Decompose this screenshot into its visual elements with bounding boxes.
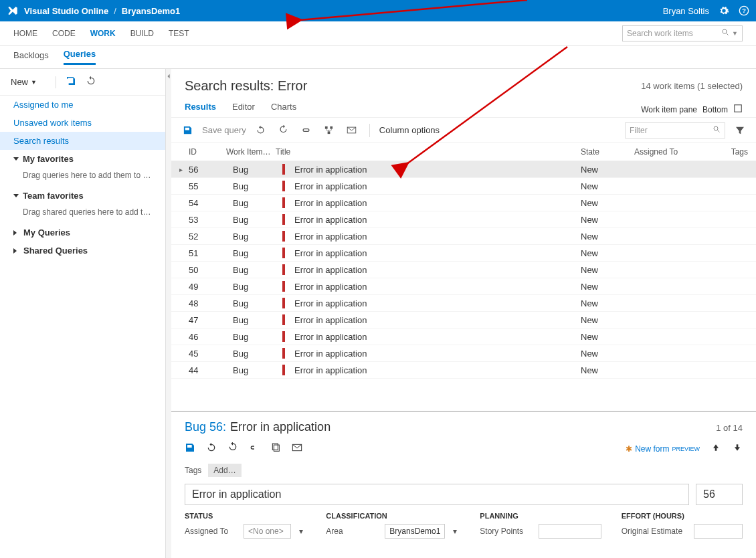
arrow-up-icon[interactable] xyxy=(711,442,721,456)
pane-value[interactable]: Bottom xyxy=(702,105,728,114)
svg-rect-9 xyxy=(328,131,330,134)
sidebar-item-search[interactable]: Search results xyxy=(0,132,165,150)
area-input[interactable]: BryansDemo1 xyxy=(385,524,445,539)
col-title[interactable]: Title xyxy=(276,147,581,157)
sidebar-section-team-favorites[interactable]: Team favorites xyxy=(0,187,165,205)
save-icon[interactable] xyxy=(185,442,195,456)
tab-editor[interactable]: Editor xyxy=(232,102,255,117)
original-estimate-input[interactable] xyxy=(694,524,743,539)
table-row[interactable]: 55BugError in applicationNew xyxy=(171,178,756,195)
detail-title: Error in application xyxy=(230,420,330,434)
tab-charts[interactable]: Charts xyxy=(271,102,296,117)
hub-code[interactable]: CODE xyxy=(52,29,76,38)
original-estimate-label: Original Estimate xyxy=(622,527,688,536)
undo-icon[interactable] xyxy=(227,442,238,456)
title-input[interactable]: Error in application xyxy=(185,484,689,505)
email-icon[interactable] xyxy=(292,442,302,456)
topbar: Visual Studio Online / BryansDemo1 Bryan… xyxy=(0,0,756,21)
arrow-down-icon[interactable] xyxy=(732,442,743,456)
refresh-icon[interactable] xyxy=(206,442,217,456)
col-state[interactable]: State xyxy=(581,147,634,157)
splitter[interactable] xyxy=(166,69,171,558)
filter-input[interactable]: Filter xyxy=(625,122,725,138)
redo-icon[interactable] xyxy=(276,122,292,138)
chevron-down-icon: ▼ xyxy=(732,30,738,37)
hub-test[interactable]: TEST xyxy=(169,29,189,38)
brand-link[interactable]: Visual Studio Online xyxy=(24,6,108,16)
link-icon[interactable] xyxy=(249,442,260,456)
column-options-link[interactable]: Column options xyxy=(379,125,440,135)
save-query-label: Save query xyxy=(202,125,246,135)
tab-results[interactable]: Results xyxy=(185,102,216,117)
hub-work[interactable]: WORK xyxy=(90,29,116,38)
sidebar-item-assigned[interactable]: Assigned to me xyxy=(0,96,165,114)
chevron-down-icon[interactable]: ▾ xyxy=(450,527,460,536)
hub-home[interactable]: HOME xyxy=(13,29,37,38)
table-row[interactable]: 46BugError in applicationNew xyxy=(171,329,756,345)
query-toolbar: Save query Column options Filter xyxy=(171,118,756,143)
team-favorites-hint: Drag shared queries here to add th… xyxy=(0,205,165,223)
preview-badge: PREVIEW xyxy=(672,446,700,452)
svg-rect-7 xyxy=(325,126,328,129)
table-row[interactable]: 49BugError in applicationNew xyxy=(171,278,756,295)
filter-icon[interactable] xyxy=(732,122,748,138)
col-type[interactable]: Work Item… xyxy=(226,147,276,157)
assigned-to-input[interactable]: <No one> xyxy=(244,524,291,539)
new-button[interactable]: New ▼ xyxy=(11,77,37,87)
table-row[interactable]: 53BugError in applicationNew xyxy=(171,211,756,228)
hub-build[interactable]: BUILD xyxy=(130,29,154,38)
help-icon[interactable]: ? xyxy=(739,5,749,16)
save-icon[interactable] xyxy=(179,122,195,138)
table-row[interactable]: 44BugError in applicationNew xyxy=(171,362,756,379)
table-row[interactable]: 51BugError in applicationNew xyxy=(171,245,756,262)
chevron-down-icon[interactable]: ▾ xyxy=(296,527,306,536)
title-row: Error in application 56 xyxy=(185,484,743,505)
new-label: New xyxy=(11,77,28,87)
table-row[interactable]: 47BugError in applicationNew xyxy=(171,312,756,329)
sidebar-item-unsaved[interactable]: Unsaved work items xyxy=(0,114,165,132)
col-id[interactable]: ID xyxy=(179,147,226,157)
table-row[interactable]: 54BugError in applicationNew xyxy=(171,195,756,211)
sidebar-section-my-favorites[interactable]: My favorites xyxy=(0,150,165,168)
detail-count: 1 of 14 xyxy=(716,423,743,433)
sidebar-section-shared-queries[interactable]: Shared Queries xyxy=(0,242,165,260)
fields: STATUS Assigned To <No one> ▾ CLASSIFICA… xyxy=(185,512,743,539)
assigned-to-label: Assigned To xyxy=(185,527,238,536)
hubs: HOME CODE WORK BUILD TEST Search work it… xyxy=(0,21,756,45)
story-points-input[interactable] xyxy=(539,524,601,539)
table-row[interactable]: 45BugError in applicationNew xyxy=(171,345,756,362)
link-icon[interactable] xyxy=(298,122,314,138)
save-all-icon[interactable] xyxy=(66,76,76,88)
svg-point-2 xyxy=(723,29,727,33)
svg-rect-4 xyxy=(68,78,73,83)
svg-rect-13 xyxy=(187,445,192,448)
add-tag-button[interactable]: Add… xyxy=(208,464,241,477)
copy-icon[interactable] xyxy=(270,442,281,456)
table-row[interactable]: 52BugError in applicationNew xyxy=(171,228,756,245)
col-tags[interactable]: Tags xyxy=(715,147,748,157)
fullscreen-icon[interactable] xyxy=(733,104,743,115)
effort-header: EFFORT (HOURS) xyxy=(622,512,743,520)
sidebar-section-my-queries[interactable]: My Queries xyxy=(0,223,165,242)
tree-icon[interactable] xyxy=(321,122,337,138)
detail-toolbar: ✱ New form PREVIEW xyxy=(185,434,743,464)
table-row[interactable]: 48BugError in applicationNew xyxy=(171,295,756,312)
detail-prefix: Bug 56: xyxy=(185,420,226,434)
col-assigned[interactable]: Assigned To xyxy=(634,147,715,157)
table-row[interactable]: 50BugError in applicationNew xyxy=(171,262,756,278)
new-form-link[interactable]: ✱ New form PREVIEW xyxy=(626,444,700,454)
gear-icon[interactable] xyxy=(719,5,729,16)
project-link[interactable]: BryansDemo1 xyxy=(122,6,180,16)
email-icon[interactable] xyxy=(344,122,360,138)
main: Search results: Error 14 work items (1 s… xyxy=(171,69,756,558)
table-row[interactable]: ▸56BugError in applicationNew xyxy=(171,161,756,178)
refresh-icon[interactable] xyxy=(253,122,269,138)
main-header: Search results: Error 14 work items (1 s… xyxy=(171,69,756,98)
tab-queries[interactable]: Queries xyxy=(64,49,96,65)
value: <No one> xyxy=(248,527,284,536)
svg-rect-15 xyxy=(274,445,279,451)
user-name[interactable]: Bryan Soltis xyxy=(663,6,709,16)
tab-backlogs[interactable]: Backlogs xyxy=(13,50,49,64)
search-work-items-input[interactable]: Search work items ▼ xyxy=(622,25,743,41)
refresh-icon[interactable] xyxy=(86,76,96,88)
